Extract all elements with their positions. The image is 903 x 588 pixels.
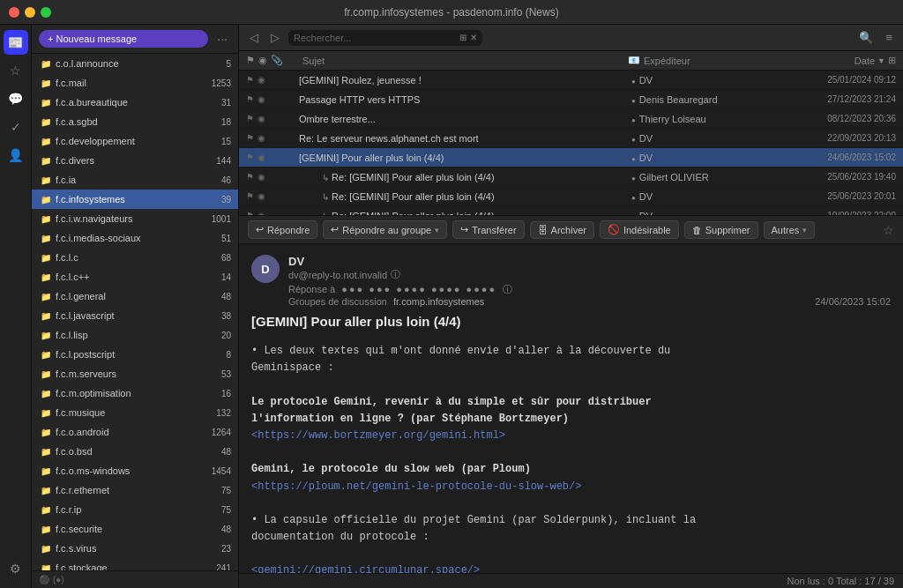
archive-button[interactable]: 🗄 Archiver	[530, 221, 594, 239]
folder-count: 31	[213, 98, 231, 108]
watch-icon-1[interactable]: ◉	[257, 75, 266, 85]
folder-icon: 📁	[41, 98, 51, 108]
folder-item-f-c-divers[interactable]: 📁 f.c.divers 144	[32, 151, 238, 170]
watch-icon-2[interactable]: ◉	[257, 94, 266, 104]
folder-item-f-c-r-ethernet[interactable]: 📁 f.c.r.ethernet 75	[32, 480, 238, 500]
grid-view-icon[interactable]: ⊞	[888, 55, 896, 66]
message-row-3[interactable]: ⚑ ◉ Ombre terrestre... ●Thierry Loiseau …	[239, 109, 903, 129]
folder-icon: 📁	[41, 466, 51, 476]
gear-icon: ⚙	[10, 562, 21, 576]
body-link-3[interactable]: <gemini://gemini.circumlunar.space/>	[251, 564, 480, 573]
search-input[interactable]	[294, 33, 456, 43]
folder-item-f-c-a-bureautique[interactable]: 📁 f.c.a.bureautique 31	[32, 93, 238, 112]
folder-item-f-c-o-ms-windows[interactable]: 📁 f.c.o.ms-windows 1454	[32, 461, 238, 480]
folder-item-f-c-mail[interactable]: 📁 f.c.mail 1253	[32, 73, 238, 93]
person-icon-btn[interactable]: 👤	[4, 143, 28, 167]
flag-icon-3[interactable]: ⚑	[246, 114, 255, 123]
maximize-btn[interactable]	[41, 7, 51, 18]
msg-date-6: 25/06/2023 19:40	[772, 172, 896, 182]
watch-icon-5[interactable]: ◉	[257, 153, 266, 162]
star-message-icon[interactable]: ☆	[883, 223, 894, 237]
folder-item-f-c-m-serveurs[interactable]: 📁 f.c.m.serveurs 53	[32, 364, 238, 383]
flag-header-icon: ⚑	[246, 55, 255, 66]
folder-item-f-c-l-postscript[interactable]: 📁 f.c.l.postscript 8	[32, 345, 238, 364]
clear-search-icon[interactable]: ✕	[470, 33, 477, 42]
message-row-8[interactable]: ⚑ ◉ ↳Re: [GEMINI] Pour aller plus loin (…	[239, 206, 903, 216]
check-icon-btn[interactable]: ✓	[4, 115, 28, 139]
folder-item-f-c-securite[interactable]: 📁 f.c.securite 48	[32, 519, 238, 539]
header-subject[interactable]: Sujet	[302, 56, 624, 66]
folder-item-c-o-l-announce[interactable]: 📁 c.o.l.announce 5	[32, 54, 238, 73]
folder-item-f-c-s-virus[interactable]: 📁 f.c.s.virus 23	[32, 539, 238, 558]
header-icons-col: ⚑ ◉ 📎	[246, 55, 299, 66]
folder-item-f-c-ia[interactable]: 📁 f.c.ia 46	[32, 170, 238, 190]
message-row-6[interactable]: ⚑ ◉ ↳Re: [GEMINI] Pour aller plus loin (…	[239, 167, 903, 187]
forward-icon[interactable]: ▷	[267, 29, 283, 46]
body-link-1[interactable]: <https://www.bortzmeyer.org/gemini.html>	[251, 429, 505, 442]
folder-item-f-c-o-android[interactable]: 📁 f.c.o.android 1264	[32, 422, 238, 442]
folder-more-button[interactable]: ···	[213, 30, 231, 48]
search-magnify-icon[interactable]: 🔍	[855, 29, 877, 46]
folder-item-f-c-l-general[interactable]: 📁 f.c.l.general 48	[32, 287, 238, 306]
folder-name: f.c.s.virus	[56, 543, 213, 554]
body-link-2[interactable]: <https://ploum.net/gemini-le-protocole-d…	[251, 480, 581, 493]
delete-button[interactable]: 🗑 Supprimer	[684, 221, 758, 239]
forward-icon: ↪	[460, 224, 468, 235]
message-row-5[interactable]: ⚑ ◉ [GEMINI] Pour aller plus loin (4/4) …	[239, 148, 903, 167]
folder-item-f-c-l-c++[interactable]: 📁 f.c.l.c++ 14	[32, 267, 238, 287]
flag-icon-4[interactable]: ⚑	[246, 133, 255, 143]
folder-item-f-c-o-bsd[interactable]: 📁 f.c.o.bsd 48	[32, 442, 238, 461]
watch-icon-7[interactable]: ◉	[257, 191, 266, 201]
folder-item-f-c-r-ip[interactable]: 📁 f.c.r.ip 75	[32, 500, 238, 519]
reply-button[interactable]: ↩ Répondre	[248, 220, 317, 239]
folder-list[interactable]: 📁 c.o.l.announce 5 📁 f.c.mail 1253 📁 f.c…	[32, 54, 238, 570]
watch-icon-6[interactable]: ◉	[257, 172, 266, 182]
folder-item-f-c-infosystemes[interactable]: 📁 f.c.infosystemes 39	[32, 190, 238, 209]
back-icon[interactable]: ◁	[246, 29, 262, 46]
flag-icon-6[interactable]: ⚑	[246, 172, 255, 182]
watch-icon-3[interactable]: ◉	[257, 114, 266, 123]
flag-icon-1[interactable]: ⚑	[246, 75, 255, 85]
folder-item-f-c-stockage[interactable]: 📁 f.c.stockage 241	[32, 558, 238, 570]
settings-icon-btn[interactable]: ⚙	[4, 556, 28, 581]
flag-icon-2[interactable]: ⚑	[246, 94, 255, 104]
folder-item-f-c-a-sgbd[interactable]: 📁 f.c.a.sgbd 18	[32, 112, 238, 131]
message-row-1[interactable]: ⚑ ◉ [GEMINI] Roulez, jeunesse ! ●DV 25/0…	[239, 71, 903, 90]
message-row-4[interactable]: ⚑ ◉ Re: Le serveur news.alphanet.ch est …	[239, 129, 903, 148]
search-box: ⊞ ✕	[288, 30, 482, 46]
news-icon-btn[interactable]: 📰	[4, 30, 28, 55]
msg-subject-5: [GEMINI] Pour aller plus loin (4/4)	[299, 153, 631, 163]
folder-count: 75	[213, 505, 231, 515]
folder-item-f-c-developpement[interactable]: 📁 f.c.developpement 15	[32, 131, 238, 151]
close-btn[interactable]	[9, 7, 19, 18]
flag-icon-5[interactable]: ⚑	[246, 153, 255, 162]
folder-name: f.c.securite	[56, 524, 213, 534]
new-message-button[interactable]: + Nouveau message	[39, 30, 208, 48]
reply-to-info-icon: ⓘ	[503, 284, 512, 294]
window-controls[interactable]	[9, 7, 51, 18]
msg-from-2: ●Denis Beauregard	[631, 94, 772, 105]
star-icon-btn[interactable]: ☆	[4, 58, 28, 83]
header-from[interactable]: 📧 Expéditeur	[628, 55, 769, 66]
statusbar: Non lus : 0 Total : 17 / 39	[239, 573, 903, 588]
folder-item-f-c-l-c[interactable]: 📁 f.c.l.c 68	[32, 248, 238, 267]
forward-button[interactable]: ↪ Transférer	[452, 220, 524, 239]
reply-group-button[interactable]: ↩ Répondre au groupe ▾	[323, 220, 447, 239]
more-button[interactable]: Autres ▾	[764, 221, 816, 239]
flag-icon-7[interactable]: ⚑	[246, 191, 255, 201]
chat-icon-btn[interactable]: 💬	[4, 86, 28, 111]
menu-icon[interactable]: ≡	[882, 29, 896, 46]
folder-item-f-c-l-lisp[interactable]: 📁 f.c.l.lisp 20	[32, 325, 238, 345]
folder-item-f-c-m-optimisation[interactable]: 📁 f.c.m.optimisation 16	[32, 383, 238, 403]
folder-item-f-c-i-medias-sociaux[interactable]: 📁 f.c.i.medias-sociaux 51	[32, 228, 238, 248]
watch-icon-4[interactable]: ◉	[257, 133, 266, 143]
spam-button[interactable]: 🚫 Indésirable	[600, 220, 679, 239]
folder-item-f-c-l-javascript[interactable]: 📁 f.c.l.javascript 38	[32, 306, 238, 325]
header-date[interactable]: Date ▼ ⊞	[772, 55, 896, 66]
message-row-2[interactable]: ⚑ ◉ Passage HTTP vers HTTPS ●Denis Beaur…	[239, 90, 903, 109]
minimize-btn[interactable]	[25, 7, 35, 18]
message-row-7[interactable]: ⚑ ◉ ↳Re: [GEMINI] Pour aller plus loin (…	[239, 187, 903, 206]
folder-item-f-c-musique[interactable]: 📁 f.c.musique 132	[32, 403, 238, 422]
folder-item-f-c-i-w-navigateurs[interactable]: 📁 f.c.i.w.navigateurs 1001	[32, 209, 238, 228]
folder-name: f.c.stockage	[56, 562, 213, 570]
